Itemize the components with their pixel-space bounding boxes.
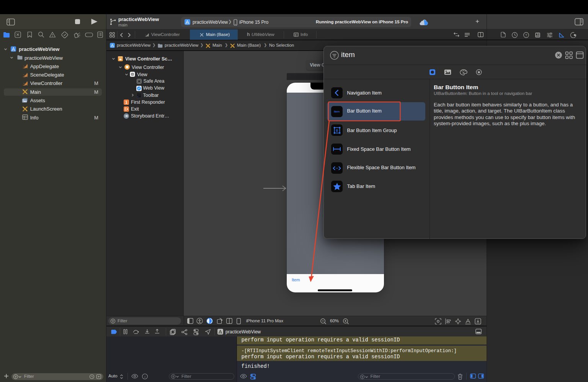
svg-text:?: ?	[525, 33, 527, 37]
svg-text:B: B	[336, 128, 338, 132]
svg-text:i: i	[144, 375, 145, 379]
svg-text:1: 1	[125, 100, 127, 104]
